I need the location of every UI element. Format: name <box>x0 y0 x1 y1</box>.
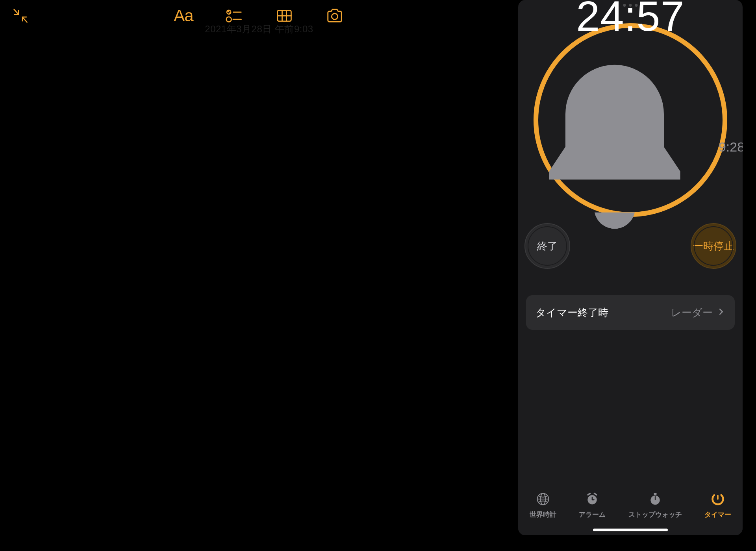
format-button[interactable]: Aa <box>172 5 195 27</box>
clock-panel: 24:57 9:28 終了 一時停止 タイマー終了時 レーダー <box>518 0 743 535</box>
sound-row-label: タイマー終了時 <box>536 306 608 320</box>
collapse-icon[interactable] <box>11 6 30 25</box>
timer-remaining: 24:57 <box>576 0 684 37</box>
tab-stopwatch-label: ストップウォッチ <box>628 510 682 519</box>
svg-rect-18 <box>654 493 656 495</box>
alarm-icon <box>584 491 600 507</box>
tab-world-clock[interactable]: 世界時計 <box>530 491 556 519</box>
timer-icon <box>710 491 726 507</box>
svg-point-8 <box>332 13 337 19</box>
timer-end-time: 9:28 <box>719 139 743 155</box>
svg-rect-19 <box>655 496 656 500</box>
pause-button[interactable]: 一時停止 <box>691 223 736 269</box>
sound-value-wrap: レーダー <box>671 306 725 320</box>
clock-tabbar: 世界時計 アラーム ストップウォ <box>518 484 743 535</box>
editor-area: Aa 2021年3月28日 午前9: <box>0 0 518 551</box>
svg-rect-16 <box>592 499 595 500</box>
tab-world-clock-label: 世界時計 <box>530 510 556 519</box>
chevron-right-icon <box>717 307 725 319</box>
format-label: Aa <box>174 6 193 25</box>
home-indicator[interactable] <box>593 529 668 531</box>
tab-timer-label: タイマー <box>704 510 731 519</box>
timer-ring: 24:57 9:28 <box>532 22 729 218</box>
sound-value: レーダー <box>671 306 713 320</box>
timer-sound-row[interactable]: タイマー終了時 レーダー <box>526 295 735 330</box>
timer-end-row: 9:28 <box>518 48 743 245</box>
bell-icon <box>518 48 713 245</box>
editor-placeholder: 2021年3月28日 午前9:03 <box>205 23 313 35</box>
camera-button[interactable] <box>324 5 346 27</box>
cancel-button[interactable]: 終了 <box>524 223 570 269</box>
tab-stopwatch[interactable]: ストップウォッチ <box>628 491 682 519</box>
svg-point-2 <box>226 17 232 22</box>
timer-center: 24:57 9:28 <box>532 22 729 218</box>
stopwatch-icon <box>647 491 663 507</box>
tab-alarm-label: アラーム <box>579 510 606 519</box>
tab-timer[interactable]: タイマー <box>704 491 731 519</box>
tab-alarm[interactable]: アラーム <box>579 491 606 519</box>
globe-icon <box>535 491 551 507</box>
